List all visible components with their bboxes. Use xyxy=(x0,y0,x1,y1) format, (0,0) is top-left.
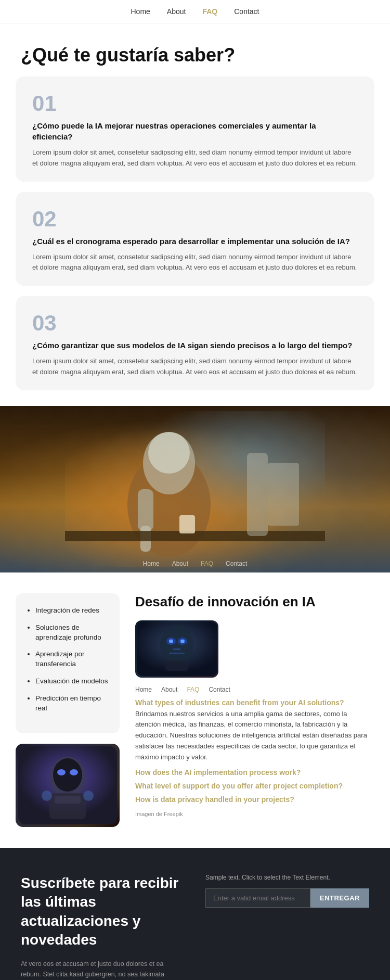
main-nav: Home About FAQ Contact xyxy=(0,0,390,23)
faq-question-3: ¿Cómo garantizar que sus modelos de IA s… xyxy=(32,340,358,351)
faq-section: 01 ¿Cómo puede la IA mejorar nuestras op… xyxy=(0,77,390,406)
faq-inline-question-1[interactable]: What types of industries can benefit fro… xyxy=(135,698,374,707)
nav-faq[interactable]: FAQ xyxy=(202,7,217,16)
sample-text-top: Sample text. Click to select the Text El… xyxy=(205,874,369,881)
feature-item-1: Integración de redes xyxy=(35,606,109,616)
banner-nav-home: Home xyxy=(143,560,160,567)
banner-nav-contact: Contact xyxy=(226,560,247,567)
svg-rect-27 xyxy=(169,653,185,654)
nav-contact[interactable]: Contact xyxy=(234,7,259,16)
svg-rect-8 xyxy=(179,515,195,533)
nav-about[interactable]: About xyxy=(167,7,186,16)
robot-thumb-img xyxy=(18,746,117,824)
faq-header: ¿Qué te gustaría saber? xyxy=(0,23,390,77)
subscribe-title: Suscríbete para recibir las últimas actu… xyxy=(21,874,185,950)
feature-item-4: Evaluación de modelos xyxy=(35,677,109,686)
faq-card-1: 01 ¿Cómo puede la IA mejorar nuestras op… xyxy=(16,77,374,182)
faq-answer-2: Lorem ipsum dolor sit amet, consetetur s… xyxy=(32,252,358,274)
ai-face-img xyxy=(137,621,217,676)
svg-rect-10 xyxy=(268,463,299,526)
svg-point-14 xyxy=(57,769,66,775)
svg-point-13 xyxy=(53,758,82,792)
page-title: ¿Qué te gustaría saber? xyxy=(21,44,369,66)
banner-nav-faq: FAQ xyxy=(201,560,213,567)
svg-point-4 xyxy=(148,432,190,474)
email-row: ENTREGAR xyxy=(205,888,369,908)
robot-banner-bg xyxy=(0,406,390,572)
svg-rect-26 xyxy=(173,648,180,650)
faq-card-3: 03 ¿Cómo garantizar que sus modelos de I… xyxy=(16,296,374,390)
innovation-title: Desafío de innovación en IA xyxy=(135,593,374,611)
subscribe-left: Suscríbete para recibir las últimas actu… xyxy=(21,874,185,980)
mini-nav-faq: FAQ xyxy=(187,686,199,693)
robot-thumb xyxy=(16,744,120,827)
feature-list-items: Integración de redes Soluciones de apren… xyxy=(26,606,109,714)
faq-number-2: 02 xyxy=(32,207,358,232)
mini-nav-home: Home xyxy=(135,686,152,693)
svg-point-24 xyxy=(169,640,173,643)
faq-number-3: 03 xyxy=(32,311,358,336)
svg-point-15 xyxy=(70,769,78,775)
svg-rect-28 xyxy=(165,660,188,671)
feature-list: Integración de redes Soluciones de apren… xyxy=(16,593,120,733)
email-input[interactable] xyxy=(205,888,310,908)
robot-illustration xyxy=(65,411,325,567)
subscribe-description: At vero eos et accusam et justo duo dolo… xyxy=(21,959,185,980)
faq-number-1: 01 xyxy=(32,91,358,116)
faq-card-2: 02 ¿Cuál es el cronograma esperado para … xyxy=(16,192,374,286)
faq-answer-1: Lorem ipsum dolor sit amet, consetetur s… xyxy=(32,147,358,169)
innovation-left: Integración de redes Soluciones de apren… xyxy=(16,593,120,827)
svg-point-19 xyxy=(83,791,94,801)
faq-inline-expanded[interactable]: What types of industries can benefit fro… xyxy=(135,698,374,763)
banner-nav-about: About xyxy=(172,560,188,567)
svg-rect-17 xyxy=(55,796,81,804)
nav-home[interactable]: Home xyxy=(131,7,150,16)
mini-nav-about: About xyxy=(161,686,177,693)
svg-point-18 xyxy=(42,791,52,801)
innovation-right: Desafío de innovación en IA xyxy=(135,593,374,827)
svg-rect-9 xyxy=(247,453,268,536)
mini-nav-contact: Contact xyxy=(209,686,230,693)
faq-inline-collapsed-2[interactable]: What level of support do you offer after… xyxy=(135,782,374,790)
mini-nav: Home About FAQ Contact xyxy=(135,686,374,693)
svg-point-21 xyxy=(160,625,193,665)
feature-item-3: Aprendizaje por transferencia xyxy=(35,650,109,669)
svg-rect-7 xyxy=(65,531,325,541)
svg-point-25 xyxy=(180,640,185,643)
subscribe-section: Suscríbete para recibir las últimas actu… xyxy=(0,848,390,980)
faq-inline-answer-1: Brindamos nuestros servicios a una ampli… xyxy=(135,709,374,763)
image-credit: Imagen de Freepik xyxy=(135,811,374,817)
subscribe-right: Sample text. Click to select the Text El… xyxy=(205,874,369,908)
feature-item-2: Soluciones de aprendizaje profundo xyxy=(35,623,109,643)
faq-answer-3: Lorem ipsum dolor sit amet, consetetur s… xyxy=(32,356,358,378)
faq-inline-collapsed-3[interactable]: How is data privacy handled in your proj… xyxy=(135,795,374,804)
innovation-section: Integración de redes Soluciones de apren… xyxy=(0,572,390,848)
robot-banner: Home About FAQ Contact xyxy=(0,406,390,572)
submit-button[interactable]: ENTREGAR xyxy=(310,888,369,908)
faq-inline-collapsed-1[interactable]: How does the AI implementation process w… xyxy=(135,768,374,777)
banner-nav-overlay: Home About FAQ Contact xyxy=(143,560,248,567)
svg-rect-5 xyxy=(138,489,153,531)
ai-face-thumb xyxy=(135,620,218,678)
feature-item-5: Predicción en tiempo real xyxy=(35,694,109,714)
faq-question-2: ¿Cuál es el cronograma esperado para des… xyxy=(32,236,358,247)
faq-question-1: ¿Cómo puede la IA mejorar nuestras opera… xyxy=(32,120,358,142)
